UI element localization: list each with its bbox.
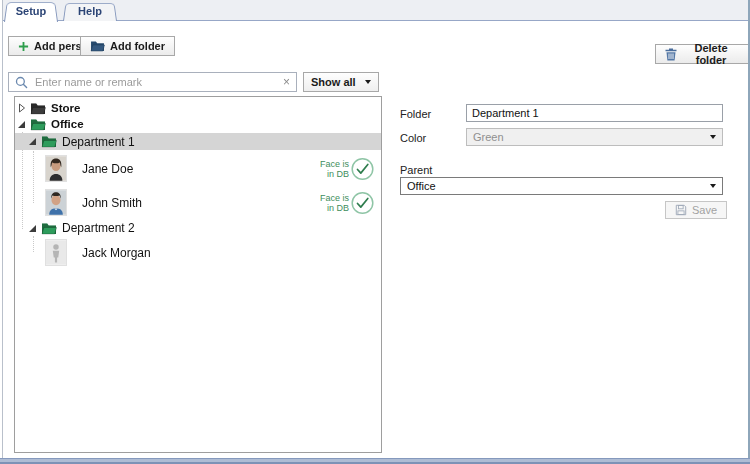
save-label: Save [692,204,717,216]
add-folder-button[interactable]: Add folder [80,36,175,56]
folder-name-input[interactable] [466,104,723,122]
expand-collapsed-icon[interactable] [17,103,26,113]
window-border-left [2,0,3,458]
floppy-icon [675,204,687,216]
parent-dropdown-value: Office [407,180,436,192]
tree-row-jane-doe[interactable]: Jane Doe Face is in DB [15,152,381,185]
caret-down-icon [710,184,716,188]
search-input[interactable] [33,75,278,89]
expand-expanded-icon[interactable] [28,224,37,233]
plus-icon [18,41,29,52]
person-silhouette-icon [45,239,67,266]
face-in-db-text: Face is in DB [320,192,349,213]
caret-down-icon [365,80,371,84]
delete-folder-button[interactable]: Delete folder [655,44,750,64]
person-name: Jane Doe [82,162,133,176]
expand-expanded-icon[interactable] [28,137,37,146]
window-border-bottom[interactable] [0,458,750,464]
tab-setup[interactable]: Setup [4,0,58,22]
folder-name: Store [51,102,80,114]
delete-folder-label: Delete folder [682,42,740,66]
check-circle-icon [351,157,374,180]
person-name: John Smith [82,196,142,210]
trash-icon [665,48,677,61]
folder-icon [41,135,57,148]
caret-down-icon [710,135,716,139]
folder-name: Office [51,118,84,130]
tab-setup-label: Setup [4,0,58,22]
tab-help-label: Help [63,1,117,21]
show-filter-dropdown[interactable]: Show all [303,72,379,92]
color-field-label: Color [400,132,426,144]
face-in-db-badge: Face is in DB [320,157,374,180]
people-tree-panel: Store Office Department 1 [14,96,382,453]
check-circle-icon [351,191,374,214]
save-button[interactable]: Save [665,201,727,219]
parent-field-label: Parent [400,164,432,176]
show-filter-value: Show all [311,76,356,88]
folder-icon [30,102,46,115]
app-window: Setup Help Add person Add folder Delete … [0,0,750,464]
face-in-db-text: Face is in DB [320,158,349,179]
add-folder-label: Add folder [110,40,165,52]
color-dropdown[interactable]: Green [466,128,723,146]
tree-row-department-2[interactable]: Department 2 [15,220,381,236]
color-dropdown-value: Green [473,131,504,143]
search-box: × [8,72,297,92]
folder-name: Department 2 [62,221,135,235]
tree-row-store[interactable]: Store [15,100,381,116]
tree-row-office[interactable]: Office [15,116,381,132]
folder-icon [41,222,57,235]
person-name: Jack Morgan [82,246,151,260]
magnifier-icon [15,76,28,89]
clear-search-icon[interactable]: × [283,76,290,88]
person-photo-avatar [45,155,67,182]
expand-expanded-icon[interactable] [17,120,26,129]
parent-dropdown[interactable]: Office [400,177,723,195]
tree-row-jack-morgan[interactable]: Jack Morgan [15,236,381,269]
tab-help[interactable]: Help [63,1,117,21]
face-in-db-badge: Face is in DB [320,191,374,214]
person-photo-avatar [45,189,67,216]
folder-icon [30,118,46,131]
folder-icon [90,40,105,52]
folder-field-label: Folder [400,108,431,120]
tree-row-department-1[interactable]: Department 1 [15,133,381,150]
tree-row-john-smith[interactable]: John Smith Face is in DB [15,186,381,219]
folder-name: Department 1 [62,135,135,149]
